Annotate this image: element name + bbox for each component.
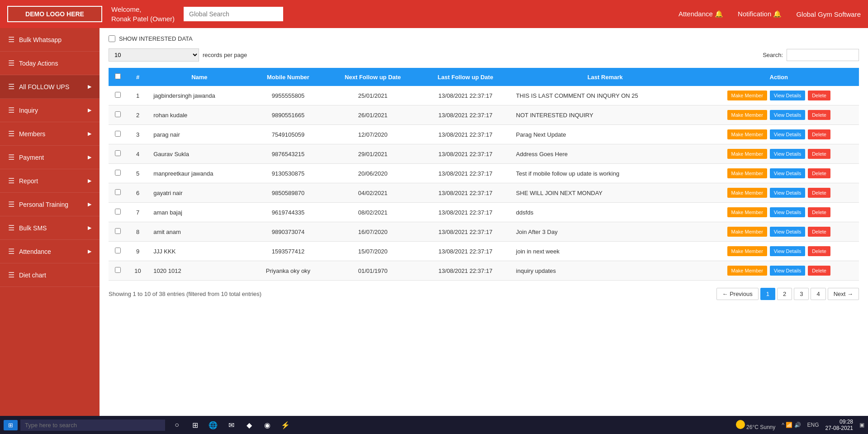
row-num: 3 [127,125,149,144]
page-btn-2[interactable]: 2 [777,288,792,300]
row-actions: Make Member View Details Delete [699,164,859,183]
sidebar: ☰ Bulk Whatsapp ☰ Today Actions ☰ All FO… [0,28,100,416]
row-checkbox-8[interactable] [115,228,121,234]
row-checkbox-9[interactable] [115,248,121,253]
header-right: Attendance 🔔 Notification 🔔 Global Gym S… [678,10,861,18]
row-name: gayatri nair [149,183,250,203]
delete-btn-9[interactable]: Delete [808,246,830,256]
delete-btn-3[interactable]: Delete [808,129,830,139]
show-interested-checkbox[interactable] [109,35,115,42]
sidebar-item-inquiry[interactable]: ☰ Inquiry ▶ [0,99,100,122]
view-details-btn-6[interactable]: View Details [770,188,805,198]
view-details-btn-3[interactable]: View Details [770,129,805,139]
sidebar-item-today-actions[interactable]: ☰ Today Actions [0,52,100,75]
make-member-btn-4[interactable]: Make Member [727,149,767,159]
make-member-btn-3[interactable]: Make Member [727,129,767,139]
sidebar-item-attendance[interactable]: ☰ Attendance ▶ [0,240,100,263]
sidebar-label: Bulk SMS [19,224,47,232]
sidebar-label: Attendance [19,248,51,255]
view-details-btn-9[interactable]: View Details [770,246,805,256]
sidebar-item-personal-training[interactable]: ☰ Personal Training ▶ [0,193,100,216]
sidebar-item-payment[interactable]: ☰ Payment ▶ [0,146,100,169]
row-checkbox-3[interactable] [115,131,121,137]
next-btn[interactable]: Next → [828,288,859,300]
row-num: 1 [127,86,149,105]
delete-btn-7[interactable]: Delete [808,207,830,217]
row-actions: Make Member View Details Delete [699,105,859,125]
th-name: Name [149,68,250,86]
delete-btn-5[interactable]: Delete [808,168,830,178]
row-checkbox-cell [109,242,127,261]
view-details-btn-2[interactable]: View Details [770,110,805,120]
page-btn-3[interactable]: 3 [794,288,809,300]
attendance-btn[interactable]: Attendance 🔔 [678,10,723,18]
sidebar-item-members[interactable]: ☰ Members ▶ [0,122,100,146]
sidebar-item-report[interactable]: ☰ Report ▶ [0,169,100,193]
row-name: jagbindersingh jawanda [149,86,250,105]
records-per-page-select[interactable]: 102550100 [109,48,199,62]
th-last-followup: Last Follow up Date [419,68,512,86]
row-checkbox-10[interactable] [115,267,121,273]
row-name: parag nair [149,125,250,144]
row-checkbox-cell [109,222,127,242]
sidebar-item-bulk-sms[interactable]: ☰ Bulk SMS ▶ [0,216,100,240]
make-member-btn-10[interactable]: Make Member [727,266,767,276]
row-checkbox-5[interactable] [115,170,121,176]
view-details-btn-5[interactable]: View Details [770,168,805,178]
make-member-btn-9[interactable]: Make Member [727,246,767,256]
page-btn-4[interactable]: 4 [811,288,825,300]
delete-btn-1[interactable]: Delete [808,91,830,100]
notification-btn[interactable]: Notification 🔔 [738,10,782,18]
row-mobile: 7549105059 [250,125,327,144]
table-search-input[interactable] [787,49,859,61]
row-next-followup: 04/02/2021 [326,183,419,203]
sidebar-item-bulk-whatsapp[interactable]: ☰ Bulk Whatsapp [0,28,100,52]
view-details-btn-10[interactable]: View Details [770,266,805,276]
delete-btn-2[interactable]: Delete [808,110,830,120]
make-member-btn-8[interactable]: Make Member [727,227,767,237]
row-checkbox-6[interactable] [115,189,121,195]
table-row: 7 aman bajaj 9619744335 08/02/2021 13/08… [109,203,859,222]
th-last-remark: Last Remark [512,68,699,86]
prev-btn[interactable]: ← Previous [716,288,759,300]
row-next-followup: 15/07/2020 [326,242,419,261]
make-member-btn-6[interactable]: Make Member [727,188,767,198]
sidebar-label: All FOLLOW UPS [19,83,69,91]
delete-btn-6[interactable]: Delete [808,188,830,198]
menu-icon: ☰ [8,200,14,209]
delete-btn-4[interactable]: Delete [808,149,830,159]
row-num: 7 [127,203,149,222]
view-details-btn-8[interactable]: View Details [770,227,805,237]
chevron-right-icon: ▶ [88,248,91,254]
view-details-btn-1[interactable]: View Details [770,91,805,100]
make-member-btn-2[interactable]: Make Member [727,110,767,120]
row-checkbox-2[interactable] [115,111,121,117]
row-checkbox-cell [109,183,127,203]
row-mobile: 9876543215 [250,144,327,164]
row-last-followup: 13/08/2021 22:37:17 [419,222,512,242]
view-details-btn-7[interactable]: View Details [770,207,805,217]
sidebar-item-diet-chart[interactable]: ☰ Diet chart [0,263,100,287]
table-row: 10 1020 1012 Priyanka oky oky 01/01/1970… [109,261,859,281]
row-checkbox-4[interactable] [115,150,121,156]
row-last-remark: SHE WILL JOIN NEXT MONDAY [512,183,699,203]
row-last-remark: THIS IS LAST COMMENT ON INQURY ON 25 [512,86,699,105]
menu-icon: ☰ [8,82,14,91]
make-member-btn-5[interactable]: Make Member [727,168,767,178]
global-search-input[interactable] [184,7,283,21]
page-btn-1[interactable]: 1 [760,288,775,300]
row-last-followup: 13/08/2021 22:37:17 [419,86,512,105]
row-last-remark: join in next week [512,242,699,261]
row-checkbox-1[interactable] [115,92,121,98]
row-actions: Make Member View Details Delete [699,242,859,261]
sidebar-item-all-follow-ups[interactable]: ☰ All FOLLOW UPS ▶ [0,75,100,99]
delete-btn-10[interactable]: Delete [808,266,830,276]
row-last-followup: 13/08/2021 22:37:17 [419,105,512,125]
delete-btn-8[interactable]: Delete [808,227,830,237]
row-next-followup: 25/01/2021 [326,86,419,105]
make-member-btn-7[interactable]: Make Member [727,207,767,217]
view-details-btn-4[interactable]: View Details [770,149,805,159]
row-checkbox-7[interactable] [115,209,121,215]
make-member-btn-1[interactable]: Make Member [727,91,767,100]
select-all-checkbox[interactable] [115,73,121,79]
